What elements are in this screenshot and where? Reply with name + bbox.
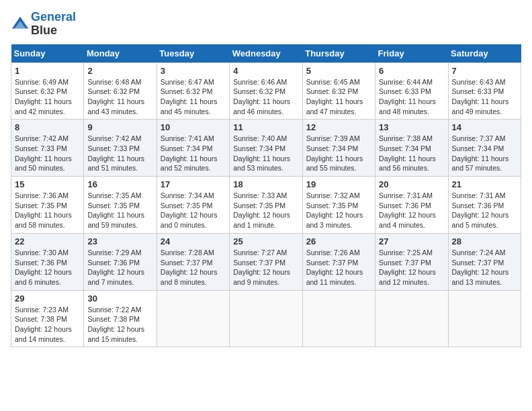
day-info: Sunrise: 6:44 AM Sunset: 6:33 PM Dayligh… xyxy=(379,77,444,117)
day-info: Sunrise: 6:46 AM Sunset: 6:32 PM Dayligh… xyxy=(233,77,298,117)
day-number: 13 xyxy=(379,122,444,132)
calendar-cell: 23 Sunrise: 7:29 AM Sunset: 7:36 PM Dayl… xyxy=(84,233,157,290)
day-info: Sunrise: 7:37 AM Sunset: 7:34 PM Dayligh… xyxy=(452,134,517,173)
day-number: 9 xyxy=(87,122,152,132)
calendar-cell: 14 Sunrise: 7:37 AM Sunset: 7:34 PM Dayl… xyxy=(448,120,521,177)
calendar-cell: 28 Sunrise: 7:24 AM Sunset: 7:37 PM Dayl… xyxy=(448,233,521,290)
day-number: 29 xyxy=(15,293,80,304)
day-info: Sunrise: 7:24 AM Sunset: 7:37 PM Dayligh… xyxy=(452,248,517,287)
calendar-cell: 1 Sunrise: 6:49 AM Sunset: 6:32 PM Dayli… xyxy=(11,62,84,120)
col-header-monday: Monday xyxy=(84,44,157,63)
calendar-cell: 18 Sunrise: 7:33 AM Sunset: 7:35 PM Dayl… xyxy=(230,177,302,234)
day-number: 5 xyxy=(306,66,371,76)
day-info: Sunrise: 7:33 AM Sunset: 7:35 PM Dayligh… xyxy=(233,191,298,230)
day-number: 8 xyxy=(15,122,80,132)
day-number: 26 xyxy=(306,236,371,246)
day-info: Sunrise: 7:28 AM Sunset: 7:37 PM Dayligh… xyxy=(161,248,226,287)
calendar-cell: 3 Sunrise: 6:47 AM Sunset: 6:32 PM Dayli… xyxy=(157,62,229,120)
calendar-cell: 9 Sunrise: 7:42 AM Sunset: 7:33 PM Dayli… xyxy=(84,120,157,177)
calendar-cell: 7 Sunrise: 6:43 AM Sunset: 6:33 PM Dayli… xyxy=(448,62,521,120)
calendar-cell: 27 Sunrise: 7:25 AM Sunset: 7:37 PM Dayl… xyxy=(375,233,448,290)
day-number: 21 xyxy=(452,179,517,189)
calendar-cell: 25 Sunrise: 7:27 AM Sunset: 7:37 PM Dayl… xyxy=(230,233,302,290)
calendar-cell: 16 Sunrise: 7:35 AM Sunset: 7:35 PM Dayl… xyxy=(84,177,157,234)
day-info: Sunrise: 7:36 AM Sunset: 7:35 PM Dayligh… xyxy=(15,191,80,230)
day-info: Sunrise: 7:32 AM Sunset: 7:35 PM Dayligh… xyxy=(306,191,371,230)
calendar-cell: 5 Sunrise: 6:45 AM Sunset: 6:32 PM Dayli… xyxy=(302,62,375,120)
logo: GeneralBlue xyxy=(11,11,76,38)
day-number: 30 xyxy=(87,293,152,304)
calendar-cell: 29 Sunrise: 7:23 AM Sunset: 7:38 PM Dayl… xyxy=(11,290,84,347)
day-number: 16 xyxy=(87,179,152,189)
day-info: Sunrise: 7:27 AM Sunset: 7:37 PM Dayligh… xyxy=(233,248,298,287)
day-number: 1 xyxy=(15,66,80,76)
logo-icon xyxy=(11,15,30,34)
day-number: 12 xyxy=(306,122,371,132)
day-number: 6 xyxy=(379,66,444,76)
day-info: Sunrise: 6:43 AM Sunset: 6:33 PM Dayligh… xyxy=(452,77,517,117)
day-number: 7 xyxy=(452,66,517,76)
day-number: 2 xyxy=(87,66,152,76)
calendar-cell: 20 Sunrise: 7:31 AM Sunset: 7:36 PM Dayl… xyxy=(375,177,448,234)
logo-text: GeneralBlue xyxy=(31,11,76,38)
day-info: Sunrise: 7:35 AM Sunset: 7:35 PM Dayligh… xyxy=(87,191,152,230)
calendar-cell: 21 Sunrise: 7:31 AM Sunset: 7:36 PM Dayl… xyxy=(448,177,521,234)
calendar-cell: 15 Sunrise: 7:36 AM Sunset: 7:35 PM Dayl… xyxy=(11,177,84,234)
calendar-cell: 13 Sunrise: 7:38 AM Sunset: 7:34 PM Dayl… xyxy=(375,120,448,177)
calendar-cell: 19 Sunrise: 7:32 AM Sunset: 7:35 PM Dayl… xyxy=(302,177,375,234)
week-row-3: 22 Sunrise: 7:30 AM Sunset: 7:36 PM Dayl… xyxy=(11,233,521,290)
day-info: Sunrise: 7:39 AM Sunset: 7:34 PM Dayligh… xyxy=(306,134,371,173)
day-number: 23 xyxy=(87,236,152,246)
day-info: Sunrise: 7:31 AM Sunset: 7:36 PM Dayligh… xyxy=(379,191,444,230)
col-header-friday: Friday xyxy=(375,44,448,63)
week-row-4: 29 Sunrise: 7:23 AM Sunset: 7:38 PM Dayl… xyxy=(11,290,521,347)
day-info: Sunrise: 7:30 AM Sunset: 7:36 PM Dayligh… xyxy=(15,248,80,287)
calendar-cell xyxy=(230,290,302,347)
day-number: 22 xyxy=(15,236,80,246)
day-info: Sunrise: 7:41 AM Sunset: 7:34 PM Dayligh… xyxy=(161,134,226,173)
calendar-cell xyxy=(157,290,229,347)
week-row-1: 8 Sunrise: 7:42 AM Sunset: 7:33 PM Dayli… xyxy=(11,120,521,177)
calendar-cell: 6 Sunrise: 6:44 AM Sunset: 6:33 PM Dayli… xyxy=(375,62,448,120)
calendar-cell xyxy=(448,290,521,347)
calendar-table: SundayMondayTuesdayWednesdayThursdayFrid… xyxy=(11,44,521,348)
day-info: Sunrise: 6:49 AM Sunset: 6:32 PM Dayligh… xyxy=(15,77,80,117)
day-number: 15 xyxy=(15,179,80,189)
calendar-cell xyxy=(375,290,448,347)
col-header-sunday: Sunday xyxy=(11,44,84,63)
col-header-saturday: Saturday xyxy=(448,44,521,63)
calendar-cell: 12 Sunrise: 7:39 AM Sunset: 7:34 PM Dayl… xyxy=(302,120,375,177)
week-row-2: 15 Sunrise: 7:36 AM Sunset: 7:35 PM Dayl… xyxy=(11,177,521,234)
day-number: 28 xyxy=(452,236,517,246)
day-info: Sunrise: 7:26 AM Sunset: 7:37 PM Dayligh… xyxy=(306,248,371,287)
day-number: 10 xyxy=(161,122,226,132)
day-number: 18 xyxy=(233,179,298,189)
day-number: 17 xyxy=(161,179,226,189)
day-number: 27 xyxy=(379,236,444,246)
calendar-cell: 10 Sunrise: 7:41 AM Sunset: 7:34 PM Dayl… xyxy=(157,120,229,177)
day-number: 20 xyxy=(379,179,444,189)
day-info: Sunrise: 7:38 AM Sunset: 7:34 PM Dayligh… xyxy=(379,134,444,173)
day-info: Sunrise: 7:42 AM Sunset: 7:33 PM Dayligh… xyxy=(15,134,80,173)
day-info: Sunrise: 7:40 AM Sunset: 7:34 PM Dayligh… xyxy=(233,134,298,173)
calendar-cell: 2 Sunrise: 6:48 AM Sunset: 6:32 PM Dayli… xyxy=(84,62,157,120)
day-info: Sunrise: 7:34 AM Sunset: 7:35 PM Dayligh… xyxy=(161,191,226,230)
calendar-cell: 4 Sunrise: 6:46 AM Sunset: 6:32 PM Dayli… xyxy=(230,62,302,120)
day-info: Sunrise: 6:45 AM Sunset: 6:32 PM Dayligh… xyxy=(306,77,371,117)
day-info: Sunrise: 7:31 AM Sunset: 7:36 PM Dayligh… xyxy=(452,191,517,230)
day-info: Sunrise: 7:29 AM Sunset: 7:36 PM Dayligh… xyxy=(87,248,152,287)
day-number: 3 xyxy=(161,66,226,76)
header-row: SundayMondayTuesdayWednesdayThursdayFrid… xyxy=(11,44,521,63)
day-number: 11 xyxy=(233,122,298,132)
col-header-tuesday: Tuesday xyxy=(157,44,229,63)
day-info: Sunrise: 6:48 AM Sunset: 6:32 PM Dayligh… xyxy=(87,77,152,117)
day-info: Sunrise: 7:22 AM Sunset: 7:38 PM Dayligh… xyxy=(87,305,152,345)
calendar-cell: 22 Sunrise: 7:30 AM Sunset: 7:36 PM Dayl… xyxy=(11,233,84,290)
day-info: Sunrise: 7:23 AM Sunset: 7:38 PM Dayligh… xyxy=(15,305,80,345)
calendar-cell: 17 Sunrise: 7:34 AM Sunset: 7:35 PM Dayl… xyxy=(157,177,229,234)
calendar-cell: 11 Sunrise: 7:40 AM Sunset: 7:34 PM Dayl… xyxy=(230,120,302,177)
calendar-cell: 24 Sunrise: 7:28 AM Sunset: 7:37 PM Dayl… xyxy=(157,233,229,290)
calendar-cell: 8 Sunrise: 7:42 AM Sunset: 7:33 PM Dayli… xyxy=(11,120,84,177)
day-info: Sunrise: 6:47 AM Sunset: 6:32 PM Dayligh… xyxy=(161,77,226,117)
day-number: 25 xyxy=(233,236,298,246)
